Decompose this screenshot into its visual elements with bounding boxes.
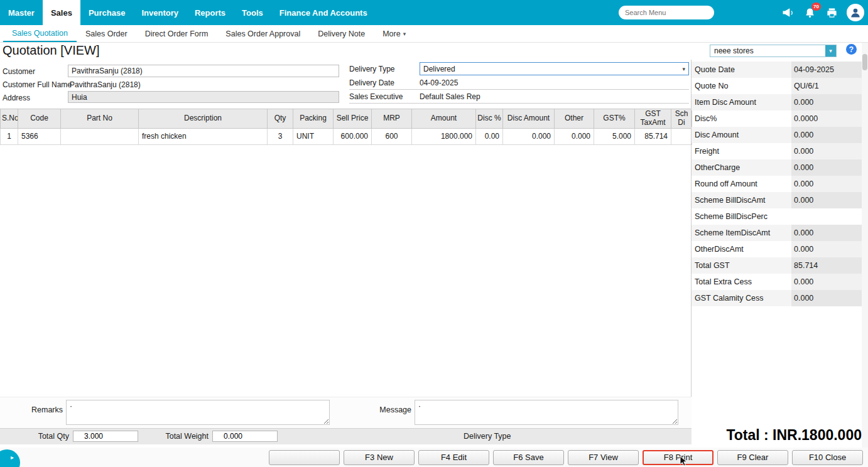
cell-gstpct: 5.000 bbox=[594, 128, 635, 144]
message-textarea[interactable]: · bbox=[415, 400, 678, 425]
user-avatar[interactable] bbox=[847, 4, 864, 21]
summary-row: Quote NoQU/6/1 bbox=[692, 78, 862, 94]
tab-sales-order[interactable]: Sales Order bbox=[77, 25, 136, 42]
column-header-schdisc: Sch Di bbox=[671, 109, 692, 129]
summary-label: GST Calamity Cess bbox=[692, 294, 791, 303]
column-header-discpct: Disc % bbox=[476, 109, 503, 129]
chat-caret-icon: ▸ bbox=[11, 454, 14, 461]
tab-label: Sales Quotation bbox=[12, 29, 68, 38]
help-icon[interactable]: ? bbox=[846, 44, 857, 55]
table-row[interactable]: 1 5366 fresh chicken 3 UNIT 600.000 600 … bbox=[1, 128, 692, 144]
f3-new-button[interactable]: F3 New bbox=[344, 450, 415, 465]
column-header-description: Description bbox=[139, 109, 268, 129]
sales-executive-row: Sales Executive Default Sales Rep bbox=[349, 90, 689, 104]
store-selector[interactable]: neee stores ▾ bbox=[710, 45, 837, 57]
summary-value: 0.000 bbox=[791, 94, 862, 110]
summary-value: 0.000 bbox=[791, 159, 862, 176]
f7-view-button[interactable]: F7 View bbox=[568, 450, 639, 465]
column-header-qty: Qty bbox=[268, 109, 293, 129]
blank-button[interactable] bbox=[269, 450, 340, 465]
search-container bbox=[619, 6, 714, 19]
f4-edit-button[interactable]: F4 Edit bbox=[418, 450, 489, 465]
summary-label: Scheme BillDiscPerc bbox=[692, 212, 791, 221]
summary-row: Disc Amount0.000 bbox=[692, 127, 862, 143]
sales-executive-label: Sales Executive bbox=[349, 92, 403, 101]
printer-icon[interactable] bbox=[825, 6, 838, 19]
f8-print-button[interactable]: F8 Print bbox=[643, 450, 713, 465]
delivery-type-select[interactable]: Delivered ▾ bbox=[420, 62, 689, 75]
summary-label: Disc Amount bbox=[692, 131, 791, 139]
summary-row: Total Extra Cess0.000 bbox=[692, 274, 862, 290]
menu-item-tools[interactable]: Tools bbox=[234, 0, 271, 25]
summary-label: Round off Amount bbox=[692, 180, 791, 188]
delivery-type-value: Delivered bbox=[420, 65, 679, 73]
chevron-down-icon: ▾ bbox=[825, 45, 836, 56]
tab-more[interactable]: More▾ bbox=[374, 25, 415, 42]
f6-save-button[interactable]: F6 Save bbox=[493, 450, 564, 465]
summary-row: OtherDiscAmt0.000 bbox=[692, 241, 862, 257]
top-navbar: Master Sales Purchase Inventory Reports … bbox=[0, 0, 868, 25]
summary-value: 85.714 bbox=[791, 257, 862, 274]
summary-row: Freight0.000 bbox=[692, 143, 862, 159]
tab-direct-order-form[interactable]: Direct Order Form bbox=[136, 25, 217, 42]
delivery-type-label: Delivery Type bbox=[349, 65, 394, 73]
cell-description: fresh chicken bbox=[139, 128, 268, 144]
delivery-date-value[interactable]: 04-09-2025 bbox=[420, 78, 458, 87]
search-input[interactable] bbox=[619, 6, 714, 19]
summary-value: 04-09-2025 bbox=[791, 62, 862, 78]
total-weight-input[interactable] bbox=[212, 431, 278, 442]
announcement-icon[interactable] bbox=[781, 6, 795, 19]
tab-sales-quotation[interactable]: Sales Quotation bbox=[3, 25, 77, 42]
menu-item-inventory[interactable]: Inventory bbox=[133, 0, 187, 25]
address-input[interactable] bbox=[68, 91, 339, 103]
menu-item-purchase[interactable]: Purchase bbox=[80, 0, 134, 25]
title-bar: Quotation [VIEW] neee stores ▾ ? bbox=[0, 43, 868, 60]
delivery-date-label: Delivery Date bbox=[349, 78, 394, 87]
navbar-icons: 70 bbox=[781, 0, 864, 25]
summary-value: 0.000 bbox=[791, 225, 862, 241]
totals-band: Total Qty Total Weight Delivery Type bbox=[0, 428, 692, 444]
bell-icon[interactable]: 70 bbox=[803, 6, 816, 19]
summary-row: Round off Amount0.000 bbox=[692, 176, 862, 192]
sales-tabbar: Sales Quotation Sales Order Direct Order… bbox=[0, 25, 868, 43]
remarks-textarea[interactable]: · bbox=[66, 400, 330, 425]
summary-value: 0.000 bbox=[791, 127, 862, 143]
address-label: Address bbox=[3, 94, 30, 102]
menu-item-finance[interactable]: Finance And Accounts bbox=[271, 0, 376, 25]
page-scrollbar[interactable] bbox=[862, 43, 868, 448]
menu-item-master[interactable]: Master bbox=[0, 0, 43, 25]
column-header-other: Other bbox=[555, 109, 594, 129]
f10-close-button[interactable]: F10 Close bbox=[792, 450, 863, 465]
column-header-partno: Part No bbox=[61, 109, 139, 129]
tab-label: Direct Order Form bbox=[145, 30, 209, 38]
chevron-down-icon: ▾ bbox=[403, 31, 406, 37]
tab-delivery-note[interactable]: Delivery Note bbox=[309, 25, 374, 42]
cell-code: 5366 bbox=[18, 128, 61, 144]
summary-label: OtherDiscAmt bbox=[692, 245, 791, 254]
column-header-mrp: MRP bbox=[372, 109, 412, 129]
summary-row: Item Disc Amount0.000 bbox=[692, 94, 862, 110]
customer-input[interactable] bbox=[68, 65, 339, 77]
summary-label: Scheme ItemDiscAmt bbox=[692, 228, 791, 237]
scrollbar-thumb[interactable] bbox=[862, 54, 867, 70]
menu-item-sales[interactable]: Sales bbox=[43, 0, 80, 25]
summary-label: Freight bbox=[692, 147, 791, 156]
line-items-table: S.No Code Part No Description Qty Packin… bbox=[0, 109, 692, 145]
cell-discpct: 0.00 bbox=[476, 128, 503, 144]
f9-clear-button[interactable]: F9 Clear bbox=[717, 450, 788, 465]
summary-value: 0.000 bbox=[791, 274, 862, 290]
total-qty-label: Total Qty bbox=[25, 432, 69, 441]
function-button-bar: F3 New F4 Edit F6 Save F7 View F8 Print … bbox=[0, 448, 868, 467]
summary-value: 0.000 bbox=[791, 241, 862, 257]
sales-executive-value[interactable]: Default Sales Rep bbox=[420, 92, 480, 101]
summary-panel: Quote Date04-09-2025 Quote NoQU/6/1 Item… bbox=[692, 60, 862, 306]
tab-sales-order-approval[interactable]: Sales Order Approval bbox=[217, 25, 309, 42]
page-title: Quotation [VIEW] bbox=[3, 43, 100, 58]
cell-gsttaxamt: 85.714 bbox=[635, 128, 671, 144]
menu-item-reports[interactable]: Reports bbox=[187, 0, 234, 25]
grand-total: Total : INR.1800.000 bbox=[692, 427, 862, 444]
summary-label: Total GST bbox=[692, 261, 791, 270]
summary-value: 0.000 bbox=[791, 176, 862, 192]
total-qty-input[interactable] bbox=[73, 431, 138, 442]
quotation-header-form: Customer Customer Full Name PavithraSanj… bbox=[0, 60, 692, 109]
